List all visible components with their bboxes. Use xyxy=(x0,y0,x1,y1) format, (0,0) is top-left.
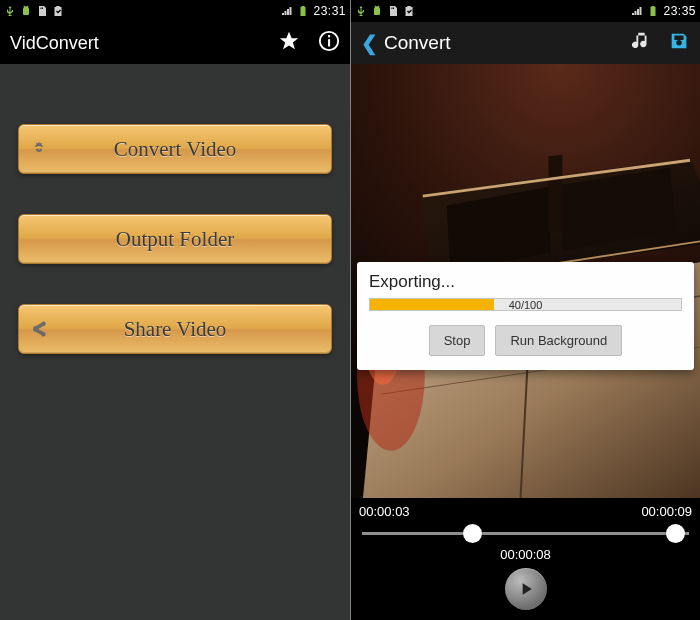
usb-icon xyxy=(355,5,367,17)
play-button[interactable] xyxy=(505,568,547,610)
signal-icon xyxy=(631,5,643,17)
svg-rect-2 xyxy=(548,155,562,232)
signal-icon xyxy=(281,5,293,17)
convert-video-label: Convert Video xyxy=(59,137,331,162)
status-bar: 23:31 xyxy=(0,0,350,22)
video-preview: Exporting... 40/100 Stop Run Background xyxy=(351,64,700,498)
screen-convert: 23:35 ❮ Convert xyxy=(350,0,700,620)
gear-sun-icon xyxy=(19,140,59,158)
sd-icon xyxy=(36,5,48,17)
status-bar: 23:35 xyxy=(351,0,700,22)
output-folder-button[interactable]: Output Folder xyxy=(18,214,332,264)
main-menu: Convert Video Output Folder Share Video xyxy=(0,64,350,354)
app-header: VidConvert xyxy=(0,22,350,64)
convert-header: ❮ Convert xyxy=(351,22,700,64)
save-icon[interactable] xyxy=(668,30,690,57)
android-icon xyxy=(371,5,383,17)
current-time: 00:00:08 xyxy=(500,547,551,562)
clipboard-icon xyxy=(52,5,64,17)
usb-icon xyxy=(4,5,16,17)
trim-start-handle[interactable] xyxy=(463,524,482,543)
convert-title: Convert xyxy=(384,32,451,54)
share-video-button[interactable]: Share Video xyxy=(18,304,332,354)
progress-bar: 40/100 xyxy=(369,298,682,311)
status-clock: 23:35 xyxy=(663,4,696,18)
run-background-button[interactable]: Run Background xyxy=(495,325,622,356)
trim-end-handle[interactable] xyxy=(666,524,685,543)
battery-icon xyxy=(647,5,659,17)
favorite-icon[interactable] xyxy=(278,30,300,57)
info-icon[interactable] xyxy=(318,30,340,57)
progress-label: 40/100 xyxy=(509,299,543,311)
share-video-label: Share Video xyxy=(59,317,331,342)
export-dialog-title: Exporting... xyxy=(369,272,682,292)
convert-video-button[interactable]: Convert Video xyxy=(18,124,332,174)
android-icon xyxy=(20,5,32,17)
battery-icon xyxy=(297,5,309,17)
back-button[interactable]: ❮ xyxy=(361,31,378,55)
clipboard-icon xyxy=(403,5,415,17)
playback-controls: 00:00:03 00:00:09 00:00:08 xyxy=(351,498,700,620)
play-icon xyxy=(516,579,536,599)
svg-rect-0 xyxy=(328,39,330,46)
share-icon xyxy=(19,320,59,338)
screen-vidconvert-home: 23:31 VidConvert Convert Video Output Fo… xyxy=(0,0,350,620)
music-icon[interactable] xyxy=(630,30,652,57)
status-clock: 23:31 xyxy=(313,4,346,18)
export-dialog: Exporting... 40/100 Stop Run Background xyxy=(357,262,694,370)
trim-end-time: 00:00:09 xyxy=(641,504,692,519)
trim-start-time: 00:00:03 xyxy=(359,504,410,519)
svg-rect-1 xyxy=(328,35,330,37)
progress-fill xyxy=(370,299,494,310)
seek-track[interactable]: 00:00:08 xyxy=(359,522,692,546)
app-title: VidConvert xyxy=(10,33,99,54)
sd-icon xyxy=(387,5,399,17)
output-folder-label: Output Folder xyxy=(59,227,331,252)
stop-button[interactable]: Stop xyxy=(429,325,486,356)
